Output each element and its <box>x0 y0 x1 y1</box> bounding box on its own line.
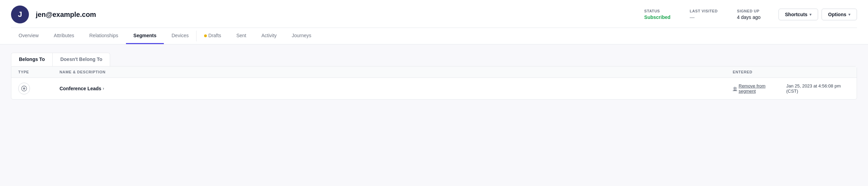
options-chevron-icon: ▾ <box>848 12 850 17</box>
options-label: Options <box>828 12 846 17</box>
signed-up-value: 4 days ago <box>737 14 761 20</box>
svg-point-0 <box>22 86 27 91</box>
segment-type-icon <box>18 83 30 94</box>
tab-segments[interactable]: Segments <box>126 28 164 44</box>
main-nav: Overview Attributes Relationships Segmen… <box>11 28 857 44</box>
shortcuts-button[interactable]: Shortcuts ▾ <box>779 9 818 20</box>
entered-date: Jan 25, 2023 at 4:56:08 pm (CST) <box>786 83 850 94</box>
tab-attributes[interactable]: Attributes <box>46 28 82 44</box>
tab-activity[interactable]: Activity <box>254 28 284 44</box>
options-button[interactable]: Options ▾ <box>822 9 857 20</box>
tab-journeys[interactable]: Journeys <box>284 28 319 44</box>
drafts-dot-icon <box>204 34 207 37</box>
sub-tabs: Belongs To Doesn't Belong To <box>11 53 857 66</box>
tab-devices[interactable]: Devices <box>164 28 196 44</box>
tab-overview[interactable]: Overview <box>11 28 46 44</box>
action-buttons: Shortcuts ▾ Options ▾ <box>779 9 857 20</box>
trash-icon: 🗑 <box>733 86 737 91</box>
status-label: STATUS <box>644 9 670 13</box>
status-value: Subscribed <box>644 14 670 20</box>
last-visited-value: — <box>690 14 718 20</box>
segment-name[interactable]: Conference Leads › <box>60 86 733 91</box>
meta-group: STATUS Subscribed LAST VISITED — SIGNED … <box>644 9 761 20</box>
col-name: NAME & DESCRIPTION <box>60 70 733 74</box>
shortcuts-chevron-icon: ▾ <box>809 12 812 17</box>
table-header: TYPE NAME & DESCRIPTION ENTERED <box>11 66 857 78</box>
sub-tab-doesnt-belong-to[interactable]: Doesn't Belong To <box>52 53 110 66</box>
entered-cell: 🗑 Remove from segment Jan 25, 2023 at 4:… <box>733 83 850 94</box>
type-cell <box>18 83 60 94</box>
content-area: Belongs To Doesn't Belong To TYPE NAME &… <box>0 44 868 148</box>
col-entered: ENTERED <box>733 70 850 74</box>
name-cell: Conference Leads › <box>60 86 733 91</box>
last-visited-meta: LAST VISITED — <box>690 9 718 20</box>
shortcuts-label: Shortcuts <box>785 12 807 17</box>
signed-up-meta: SIGNED UP 4 days ago <box>737 9 761 20</box>
last-visited-label: LAST VISITED <box>690 9 718 13</box>
table-row: Conference Leads › 🗑 Remove from segment… <box>11 78 857 99</box>
col-type: TYPE <box>18 70 60 74</box>
sub-tab-belongs-to[interactable]: Belongs To <box>11 53 52 66</box>
avatar: J <box>11 6 29 23</box>
remove-from-segment-link[interactable]: 🗑 Remove from segment <box>733 83 781 94</box>
top-bar: J jen@example.com STATUS Subscribed LAST… <box>0 0 868 44</box>
tab-drafts[interactable]: Drafts <box>197 28 229 44</box>
segments-table: TYPE NAME & DESCRIPTION ENTERED Conferen… <box>11 66 857 100</box>
user-email: jen@example.com <box>36 11 96 19</box>
status-meta: STATUS Subscribed <box>644 9 670 20</box>
segment-arrow-icon: › <box>103 86 104 91</box>
signed-up-label: SIGNED UP <box>737 9 761 13</box>
tab-relationships[interactable]: Relationships <box>82 28 126 44</box>
tab-sent[interactable]: Sent <box>229 28 254 44</box>
